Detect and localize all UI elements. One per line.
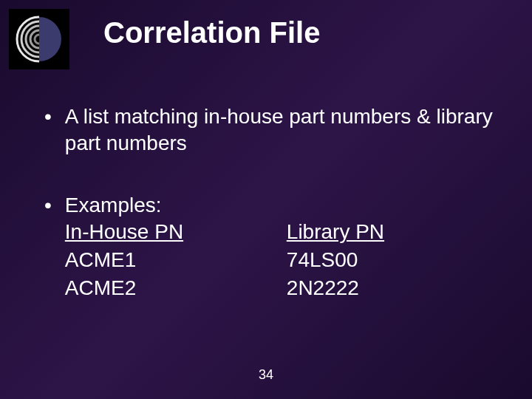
bullet-marker: • bbox=[44, 103, 52, 130]
content-area: • A list matching in-house part numbers … bbox=[44, 103, 502, 337]
page-number: 34 bbox=[0, 367, 532, 383]
logo bbox=[9, 9, 69, 69]
bullet-text-1: A list matching in-house part numbers & … bbox=[65, 103, 502, 157]
bullet-marker: • bbox=[44, 192, 52, 219]
bullet-body-2: Examples: In-House PN Library PN ACME1 7… bbox=[65, 192, 502, 301]
table-cell: ACME2 bbox=[65, 275, 287, 301]
table-header-right: Library PN bbox=[287, 219, 502, 245]
bullet-item-1: • A list matching in-house part numbers … bbox=[44, 103, 502, 157]
bullet-item-2: • Examples: In-House PN Library PN ACME1… bbox=[44, 192, 502, 301]
table-cell: 74LS00 bbox=[287, 247, 502, 273]
table-cell: 2N2222 bbox=[287, 275, 502, 301]
table-header-left: In-House PN bbox=[65, 219, 287, 245]
slide-title: Correlation File bbox=[103, 16, 320, 50]
examples-label: Examples: bbox=[65, 192, 502, 219]
table-cell: ACME1 bbox=[65, 247, 287, 273]
examples-table: In-House PN Library PN ACME1 74LS00 ACME… bbox=[65, 219, 502, 301]
logo-icon bbox=[16, 16, 63, 63]
